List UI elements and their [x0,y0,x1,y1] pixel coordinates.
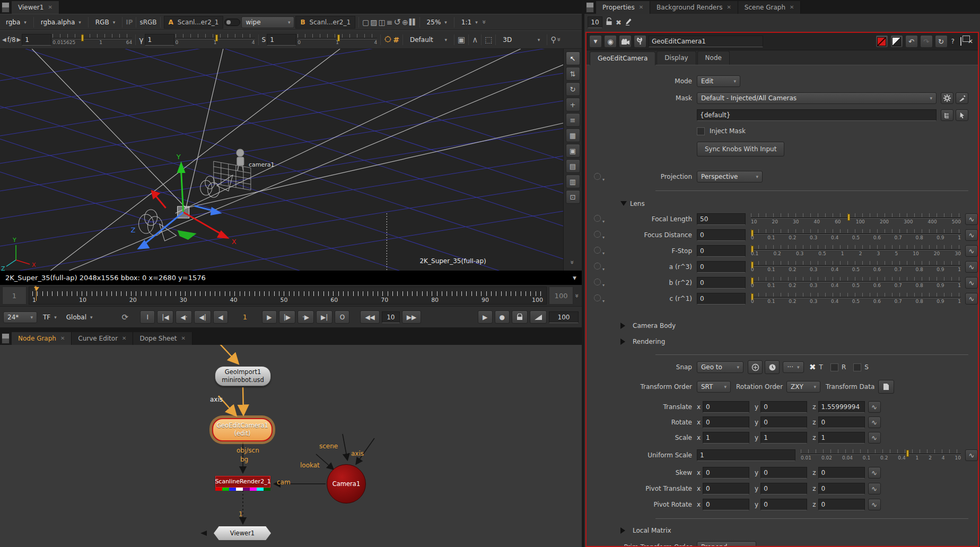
goto-end-button[interactable]: ▶| [316,310,332,324]
edit-panels-button[interactable] [625,18,632,27]
b-input-select[interactable]: B Scanl...er2_1 [295,16,355,29]
pivot-rotate-z-input[interactable] [818,499,865,510]
skew-y-input[interactable] [760,467,807,479]
prev-frame-button[interactable]: ◀| [194,310,211,324]
wipe-toggle[interactable] [224,19,240,26]
tab-curve-editor[interactable]: Curve Editor ✕ [72,332,133,345]
step-back-button[interactable]: ◀◀ [360,310,379,324]
node-geoeditcamera1[interactable]: GeoEditCamera1 (edit) [212,418,273,441]
node-color-button[interactable] [876,35,888,48]
close-all-panels-button[interactable]: ✖ [616,19,622,27]
layer-select[interactable]: rgba [2,16,30,28]
scanlines-icon[interactable]: ≡ [387,18,393,27]
animation-menu-icon[interactable] [594,231,601,238]
animation-menu-icon[interactable] [594,215,601,222]
input-process-toggle[interactable]: IP [126,19,133,26]
rotation-order-select[interactable]: ZXY [786,381,820,393]
pivot-translate-x-input[interactable] [703,483,749,494]
marquee-icon[interactable]: ⬚ [485,35,492,45]
list-view-icon[interactable]: ≡ [566,113,580,127]
translate-z-input[interactable] [818,401,865,413]
node-viewer1[interactable]: Viewer1 [214,526,271,540]
translate-checkbox-checked[interactable]: ✖ [809,362,816,372]
gamma-input[interactable] [145,34,174,46]
goto-start-button[interactable]: |◀ [157,310,173,324]
tab-viewer1[interactable]: Viewer1 ✕ [12,1,59,14]
tab-display[interactable]: Display [657,51,696,65]
step-forward-button[interactable]: ▶▶ [402,310,421,324]
wipe-mode-select[interactable]: wipe [241,16,294,28]
timeline-ruler[interactable]: 1102030405060708090100 1 [29,286,547,305]
prev-keyframe-button[interactable]: ◀· [176,310,192,324]
max-panels-input[interactable] [588,16,602,28]
node-graph-canvas[interactable]: GeoImport1 minirobot.usd GeoEditCamera1 … [0,345,582,547]
mask-picker-button[interactable] [956,92,968,104]
mode-select[interactable]: Edit [697,75,740,87]
curve-overlay-icon[interactable]: ∧ [472,35,478,45]
range-end-input[interactable]: 100 [549,286,573,305]
curve-editor-button[interactable] [965,261,978,273]
a-r3-slider[interactable]: 00.10.20.30.40.50.60.70.80.91 [751,261,961,273]
uniform-scale-input[interactable] [697,449,795,461]
fps-select[interactable]: 24* [3,311,37,323]
colorspace-select[interactable]: sRGB [139,19,156,26]
pick-from-viewer-button[interactable] [956,109,968,121]
scale-tool-icon[interactable]: + [566,98,580,111]
pivot-rotate-x-input[interactable] [703,499,749,510]
overflow-chevron-icon[interactable]: » [556,38,564,42]
rotate-x-input[interactable] [703,416,749,428]
gain-input[interactable] [22,34,51,46]
set-out-button[interactable]: O [335,310,349,324]
settings-wrench-button[interactable] [634,35,646,48]
lock-panels-button[interactable] [606,18,612,27]
viewport-3d[interactable]: Y X Z Y X Z camera1 2K_Super_35(full-ap)… [0,49,582,271]
close-icon[interactable]: ✕ [727,4,731,10]
f-stop-slider[interactable]: 0.10.20.30.51235102030 [751,245,961,257]
flipbook-play-button[interactable]: ▶ [478,310,493,324]
curve-editor-button[interactable] [965,229,978,241]
curve-editor-button[interactable] [965,213,978,225]
rotate-checkbox[interactable] [830,363,838,371]
downres-button[interactable] [530,310,547,324]
zoom-select[interactable]: 25% [423,16,451,28]
saturation-input[interactable] [267,34,296,46]
gamma-slider[interactable]: 014 [176,33,255,46]
tab-properties[interactable]: Properties ✕ [596,1,650,14]
info-dropdown-arrow-icon[interactable]: ▼ [573,275,576,281]
pivot-translate-z-input[interactable] [818,483,865,494]
node-geoimport1[interactable]: GeoImport1 minirobot.usd [215,366,271,386]
curve-editor-button[interactable] [965,449,978,461]
a-r3-input[interactable] [697,261,746,273]
current-frame-display[interactable]: 1 [230,313,260,321]
rotate-tool-icon[interactable]: ↻ [566,82,580,96]
curve-editor-button[interactable] [868,483,881,494]
animation-menu-icon[interactable] [594,173,601,180]
range-start-input[interactable]: 1 [2,286,27,305]
tab-node-graph[interactable]: Node Graph ✕ [12,332,72,345]
redo-button[interactable]: ↷ [920,35,933,48]
gain-slider[interactable]: 0.015625164 [52,33,132,46]
display-mode-icon[interactable]: ⊡ [566,190,580,204]
scale-z-input[interactable] [818,432,865,444]
curve-editor-button[interactable] [868,416,881,428]
proxy-icon[interactable]: ▨ [370,18,377,27]
skew-x-input[interactable] [703,467,749,479]
f-stop-input[interactable] [697,245,746,257]
set-in-button[interactable]: I [140,310,155,324]
gl-color-button[interactable] [890,35,903,48]
mask-select[interactable]: Default - Injected/All Cameras [697,92,937,104]
translate-x-input[interactable] [703,401,749,413]
tf-select[interactable]: TF [39,311,60,323]
tab-scene-graph[interactable]: Scene Graph ✕ [738,1,801,14]
tab-dope-sheet[interactable]: Dope Sheet ✕ [133,332,192,345]
center-node-button[interactable]: ◉ [604,35,617,48]
render-flipbook-button[interactable]: ● [495,310,510,324]
close-icon[interactable]: ✕ [48,4,52,10]
sync-knobs-button[interactable]: Sync Knobs With Input [697,142,784,157]
collapse-triangle-icon[interactable] [620,323,628,329]
close-icon[interactable]: ✕ [122,335,126,341]
transform-order-select[interactable]: SRT [697,381,731,393]
focus-distance-slider[interactable]: 00.10.20.30.40.50.60.70.80.91 [751,229,961,241]
channel-select[interactable]: RGB [92,16,119,28]
snap-more-menu[interactable]: ··· [783,361,804,373]
